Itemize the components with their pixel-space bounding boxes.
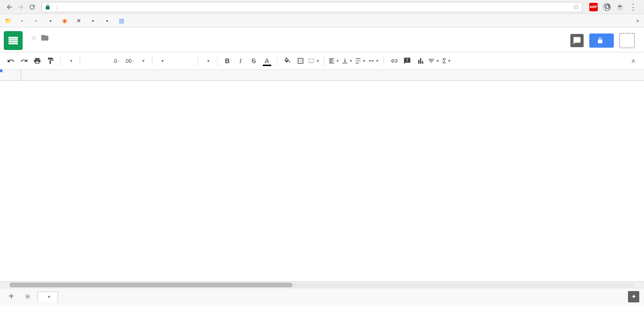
column-headers [21, 70, 644, 81]
increase-decimal-button[interactable]: .00→ [124, 55, 136, 67]
insert-link-button[interactable] [388, 55, 400, 67]
bookmark-item[interactable]: ▤ [118, 17, 126, 24]
merge-cells-button[interactable]: ▼ [308, 55, 320, 67]
menu-ver[interactable] [44, 44, 52, 48]
v-align-button[interactable]: ▼ [341, 55, 353, 67]
filter-button[interactable]: ▼ [427, 55, 440, 67]
pinterest-icon[interactable] [602, 3, 611, 11]
site-icon: ▫ [19, 17, 25, 24]
bookmark-item[interactable]: ▪ [104, 17, 112, 24]
site-icon: ▪ [47, 17, 54, 24]
bookmark-item[interactable]: ▪ [47, 17, 56, 24]
account-icon[interactable] [619, 33, 635, 48]
borders-button[interactable] [294, 55, 307, 67]
currency-button[interactable] [84, 55, 96, 67]
redo-button[interactable] [18, 55, 30, 67]
sheets-logo[interactable] [4, 31, 23, 50]
decrease-decimal-button[interactable]: .0← [110, 55, 123, 67]
fill-color-button[interactable] [281, 55, 293, 67]
toolbar: ▼ .0← .00→ ▼ ▼ ▼ B I S A ▼ ▼ ▼ ▼ ▼ ▼ Σ▼ … [0, 52, 644, 70]
bookmark-item[interactable]: 📁 [5, 17, 13, 24]
abp-icon[interactable]: ABP [589, 3, 598, 11]
bold-button[interactable]: B [221, 55, 234, 67]
bookmarks-overflow[interactable]: » [636, 17, 639, 24]
italic-button[interactable]: I [234, 55, 247, 67]
menu-editar[interactable] [36, 44, 43, 48]
site-icon: ▪ [104, 17, 110, 24]
strikethrough-button[interactable]: S [248, 55, 260, 67]
menu-bar [27, 44, 570, 48]
text-color-button[interactable]: A [261, 55, 273, 67]
folder-icon: 📁 [5, 17, 11, 24]
java-icon[interactable]: ☕ [616, 3, 624, 11]
insert-comment-button[interactable] [401, 55, 413, 67]
back-button[interactable] [4, 1, 15, 13]
extension-icons: ABP ☕ ⋮ [586, 3, 640, 11]
menu-complementos[interactable] [87, 44, 94, 48]
horizontal-scrollbar[interactable] [0, 281, 644, 288]
paint-format-button[interactable] [44, 55, 57, 67]
explore-button[interactable]: ✦ [628, 291, 639, 302]
reload-button[interactable] [26, 1, 38, 13]
sheet-tab[interactable]: ▼ [37, 292, 58, 302]
share-button[interactable] [589, 33, 614, 48]
menu-icon[interactable]: ⋮ [629, 3, 637, 11]
font-select[interactable]: ▼ [156, 59, 194, 63]
menu-ayuda[interactable] [95, 44, 103, 48]
all-sheets-button[interactable]: ≡ [23, 292, 33, 301]
site-icon: ▪ [90, 17, 96, 24]
menu-archivo[interactable] [27, 44, 35, 48]
star-icon[interactable]: ☆ [31, 34, 37, 42]
text-rotation-button[interactable]: ▼ [368, 55, 380, 67]
comments-button[interactable] [570, 34, 584, 47]
browser-nav-bar: | ☆ ABP ☕ ⋮ [0, 0, 644, 14]
zoom-select[interactable]: ▼ [65, 59, 76, 63]
h-align-button[interactable]: ▼ [328, 55, 340, 67]
site-icon: ▫ [33, 17, 40, 24]
print-button[interactable] [31, 55, 43, 67]
collapse-toolbar-button[interactable]: ᐱ [627, 55, 639, 67]
url-bar[interactable]: | ☆ [42, 2, 583, 12]
bookmarks-bar: 📁 ▫ ▫ ▪ ◉ ✕ ▪ ▪ ▤ » [0, 14, 644, 27]
percent-button[interactable] [97, 55, 109, 67]
number-format-select[interactable]: ▼ [137, 59, 148, 63]
spreadsheet-grid [0, 70, 644, 281]
bookmark-item[interactable]: ▫ [19, 17, 27, 24]
font-size-select[interactable]: ▼ [202, 59, 213, 63]
site-icon: ✕ [75, 17, 82, 24]
add-sheet-button[interactable]: + [5, 291, 18, 302]
menu-formato[interactable] [61, 44, 69, 48]
select-all-corner[interactable] [0, 70, 21, 81]
bookmark-item[interactable]: ▫ [33, 17, 42, 24]
sheet-tabs-bar: + ≡ ▼ ✦ [0, 288, 644, 305]
move-folder-icon[interactable] [41, 33, 49, 42]
site-icon: ◉ [61, 17, 68, 24]
lock-icon [597, 37, 603, 44]
insert-chart-button[interactable] [414, 55, 427, 67]
sheets-header: ☆ [0, 27, 644, 50]
bookmark-item[interactable]: ▪ [90, 17, 98, 24]
menu-datos[interactable] [70, 44, 77, 48]
forward-button[interactable] [15, 1, 26, 13]
docs-icon: ▤ [118, 17, 125, 24]
menu-herramientas[interactable] [78, 44, 86, 48]
bookmark-item[interactable]: ✕ [75, 17, 84, 24]
text-wrap-button[interactable]: ▼ [354, 55, 367, 67]
undo-button[interactable] [5, 55, 17, 67]
functions-button[interactable]: Σ▼ [441, 55, 453, 67]
bookmark-item[interactable]: ◉ [61, 17, 70, 24]
menu-insertar[interactable] [53, 44, 60, 48]
